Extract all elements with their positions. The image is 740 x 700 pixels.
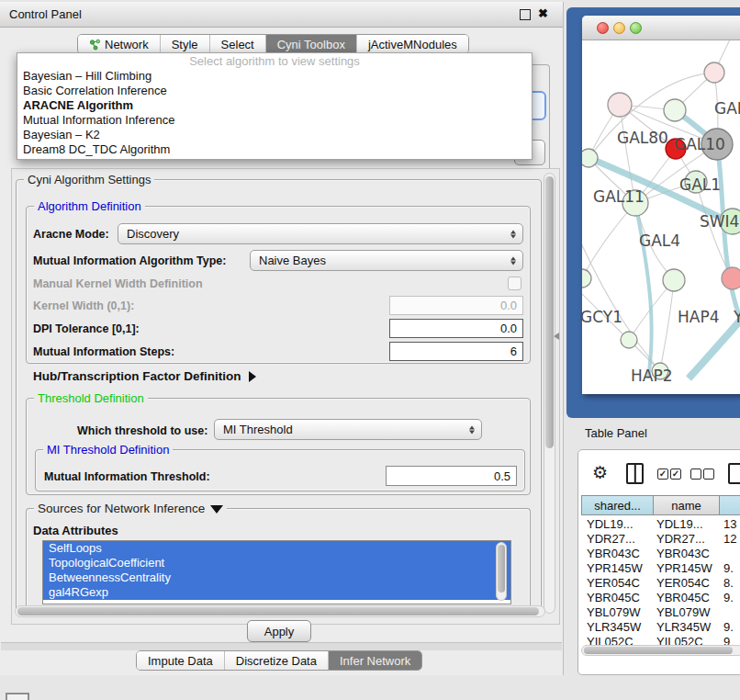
combo-arrows-icon — [469, 425, 475, 434]
column-header-partial[interactable] — [720, 495, 740, 515]
cell: YLR345W — [587, 620, 641, 634]
cut-off-icon[interactable] — [6, 693, 29, 700]
minimize-traffic-light-icon[interactable] — [613, 22, 625, 34]
tab-jactivemnodules[interactable]: jActiveMNodules — [357, 35, 468, 53]
checked-checkbox-icon[interactable]: ✓ — [657, 469, 668, 480]
control-panel-window: Control Panel ✖ Network Style Select Cyn… — [0, 2, 564, 675]
node[interactable] — [704, 62, 724, 83]
dropdown-item[interactable]: Dream8 DC_TDC Algorithm — [17, 142, 532, 157]
column-layout-icon[interactable] — [626, 463, 644, 484]
dpi-tolerance-value: 0.0 — [500, 322, 517, 335]
float-window-icon[interactable] — [520, 9, 531, 20]
mi-threshold-label: Mutual Information Threshold: — [44, 470, 210, 483]
dropdown-prompt: Select algorithm to view settings — [17, 53, 532, 69]
expanded-arrow-icon — [210, 505, 223, 514]
cell: YBR045C — [656, 591, 710, 604]
manual-kernel-label: Manual Kernel Width Definition — [33, 277, 203, 290]
unchecked-checkbox-icon[interactable] — [703, 469, 714, 480]
settings-horizontal-scrollbar[interactable] — [15, 605, 545, 617]
checked-checkbox-icon[interactable]: ✓ — [670, 469, 681, 480]
cell: YBL079W — [656, 605, 711, 619]
node-label-gal4: GAL4 — [639, 231, 680, 250]
mi-threshold-field[interactable]: 0.5 — [386, 466, 517, 486]
mi-threshold-value: 0.5 — [494, 469, 510, 483]
cell: YBR043C — [587, 547, 640, 560]
cell: 9. — [723, 591, 734, 604]
apply-button[interactable]: Apply — [247, 620, 311, 642]
node-hap2[interactable] — [621, 332, 637, 348]
tab-impute-data[interactable]: Impute Data — [137, 651, 225, 670]
which-threshold-combo[interactable]: MI Threshold — [214, 419, 482, 440]
threshold-definition-title: Threshold Definition — [34, 391, 148, 405]
aracne-mode-combo[interactable]: Discovery — [118, 223, 523, 244]
node-gal80[interactable] — [608, 93, 632, 117]
which-threshold-value: MI Threshold — [223, 423, 293, 436]
mi-steps-label: Mutual Information Steps: — [33, 345, 174, 358]
list-vertical-scrollbar[interactable] — [496, 542, 507, 601]
dropdown-item[interactable]: Bayesian – K2 — [17, 128, 532, 142]
control-panel-titlebar[interactable]: Control Panel ✖ — [0, 2, 563, 28]
sources-title-label: Sources for Network Inference — [38, 502, 205, 515]
which-threshold-label: Which threshold to use: — [77, 424, 207, 437]
close-icon[interactable]: ✖ — [538, 6, 548, 20]
control-panel-tabstrip: Network Style Select Cyni Toolbox jActiv… — [77, 34, 469, 54]
settings-vertical-scrollbar[interactable] — [544, 173, 555, 614]
list-item-selected[interactable]: BetweennessCentrality — [43, 570, 510, 585]
node-gal10[interactable] — [664, 99, 686, 121]
zoom-traffic-light-icon[interactable] — [630, 22, 642, 34]
cell: 8. — [723, 576, 734, 590]
scrollbar-thumb[interactable] — [545, 176, 554, 448]
cell: YDR27... — [587, 532, 635, 546]
tab-select[interactable]: Select — [210, 35, 266, 53]
dropdown-item[interactable]: Bayesian – Hill Climbing — [17, 69, 532, 84]
sources-group-title[interactable]: Sources for Network Inference — [34, 502, 227, 515]
dropdown-item-highlighted[interactable]: ARACNE Algorithm — [17, 98, 532, 113]
tab-infer-network[interactable]: Infer Network — [329, 651, 421, 670]
kernel-width-label: Kernel Width (0,1): — [33, 299, 134, 312]
dropdown-item[interactable]: Mutual Information Inference — [17, 113, 532, 128]
scrollbar-thumb[interactable] — [17, 607, 539, 615]
dropdown-item[interactable]: Basic Correlation Inference — [17, 84, 532, 98]
node-label-gal10: GAL10 — [674, 135, 725, 153]
node-label-hap4: HAP4 — [678, 308, 719, 326]
list-item-selected[interactable]: SelfLoops — [43, 541, 510, 556]
manual-kernel-checkbox[interactable] — [508, 277, 521, 290]
column-header-shared[interactable]: shared... — [581, 495, 654, 515]
splitter-collapse-arrow-icon[interactable] — [554, 333, 559, 340]
tab-infer-network-label: Infer Network — [340, 654, 410, 668]
gear-icon[interactable]: ⚙ — [592, 462, 608, 483]
tab-discretize-data[interactable]: Discretize Data — [225, 651, 329, 670]
unchecked-checkbox-icon[interactable] — [690, 469, 701, 480]
close-traffic-light-icon[interactable] — [597, 22, 609, 34]
network-window-titlebar[interactable] — [582, 16, 740, 40]
tab-network[interactable]: Network — [78, 35, 161, 53]
list-item-selected[interactable]: TopologicalCoefficient — [43, 556, 510, 570]
scrollbar-thumb[interactable] — [498, 545, 505, 593]
mi-steps-field[interactable]: 6 — [389, 342, 523, 361]
mi-type-value: Naive Bayes — [259, 254, 326, 267]
kernel-width-field[interactable]: 0.0 — [389, 296, 523, 315]
tab-cyni-toolbox[interactable]: Cyni Toolbox — [266, 35, 357, 53]
data-attributes-list[interactable]: SelfLoops TopologicalCoefficient Between… — [42, 540, 511, 604]
scrollbar-thumb[interactable] — [584, 647, 733, 654]
column-header-name-label: name — [671, 499, 701, 513]
cell: YLR345W — [656, 620, 711, 634]
collapsed-arrow-icon — [249, 371, 256, 382]
panel-title: Control Panel — [9, 7, 82, 21]
list-item-selected[interactable]: gal4RGexp — [43, 585, 510, 600]
hub-definition-toggle[interactable]: Hub/Transcription Factor Definition — [33, 369, 256, 383]
dpi-tolerance-field[interactable]: 0.0 — [389, 319, 523, 338]
mi-type-label: Mutual Information Algorithm Type: — [33, 254, 226, 267]
table-horizontal-scrollbar[interactable] — [581, 645, 740, 656]
node-hap4[interactable] — [663, 269, 685, 291]
table-mode-icon[interactable] — [728, 463, 740, 484]
cell: 9. — [723, 620, 734, 634]
tab-style[interactable]: Style — [161, 35, 210, 53]
column-header-name[interactable]: name — [654, 495, 720, 515]
node-gal11[interactable] — [582, 149, 598, 167]
node-pink[interactable] — [722, 267, 740, 289]
node-gcy1[interactable] — [582, 269, 591, 288]
node-label-y: Y — [734, 308, 740, 326]
network-icon — [89, 39, 101, 51]
mi-type-combo[interactable]: Naive Bayes — [250, 250, 523, 271]
